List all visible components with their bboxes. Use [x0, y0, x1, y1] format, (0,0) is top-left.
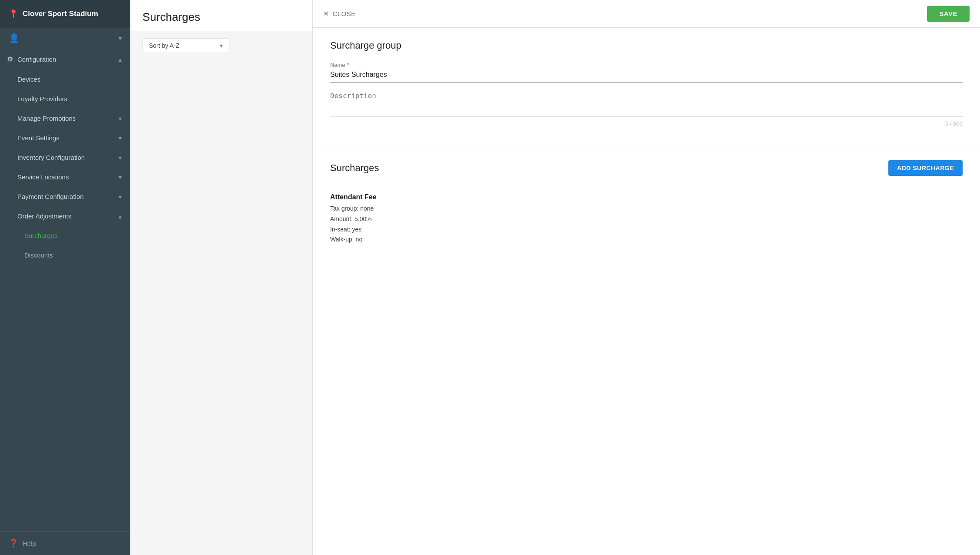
- content-split: Surcharges Sort by A-Z ▾ ✕ CLOSE SAVE: [130, 0, 980, 555]
- char-count: 0 / 500: [330, 120, 963, 127]
- sort-chevron-icon: ▾: [220, 42, 223, 49]
- name-input[interactable]: [330, 71, 963, 83]
- sidebar-item-service-locations[interactable]: Service Locations ▾: [0, 167, 130, 187]
- payment-config-chevron-icon: ▾: [119, 193, 122, 200]
- list-panel-header: Surcharges: [130, 0, 312, 31]
- user-row[interactable]: 👤 ▾: [0, 28, 130, 49]
- surcharge-item-name: Attendant Fee: [330, 193, 963, 201]
- sidebar-item-configuration[interactable]: ⚙ Configuration ▴: [0, 49, 130, 69]
- discounts-label: Discounts: [24, 251, 122, 259]
- surcharges-section-header: Surcharges ADD SURCHARGE: [330, 160, 963, 176]
- user-icon: 👤: [9, 33, 20, 43]
- sidebar-item-payment-configuration[interactable]: Payment Configuration ▾: [0, 187, 130, 206]
- sidebar-item-order-adjustments[interactable]: Order Adjustments ▴: [0, 206, 130, 226]
- description-input[interactable]: [330, 92, 963, 117]
- surcharge-amount: Amount: 5.00%: [330, 214, 963, 225]
- event-settings-label: Event Settings: [17, 134, 115, 142]
- detail-panel: ✕ CLOSE SAVE Surcharge group Name * 0 / …: [313, 0, 980, 555]
- inventory-config-label: Inventory Configuration: [17, 154, 115, 161]
- sidebar-item-loyalty-providers[interactable]: Loyalty Providers: [0, 89, 130, 109]
- service-locations-label: Service Locations: [17, 173, 115, 181]
- description-field-group: 0 / 500: [330, 92, 963, 127]
- sidebar-item-inventory-configuration[interactable]: Inventory Configuration ▾: [0, 148, 130, 167]
- venue-name: Clover Sport Stadium: [23, 10, 98, 18]
- inventory-config-chevron-icon: ▾: [119, 154, 122, 161]
- help-label: Help: [23, 540, 36, 547]
- surcharges-section-title: Surcharges: [330, 162, 379, 174]
- order-adjustments-chevron-icon: ▴: [119, 213, 122, 220]
- event-settings-chevron-icon: ▾: [119, 135, 122, 142]
- close-label: CLOSE: [333, 10, 356, 17]
- list-panel-title: Surcharges: [142, 10, 300, 24]
- sidebar-item-discounts[interactable]: Discounts: [0, 245, 130, 265]
- surcharge-in-seat: In-seat: yes: [330, 225, 963, 235]
- name-label: Name *: [330, 62, 963, 68]
- surcharge-tax-group: Tax group: none: [330, 204, 963, 214]
- detail-content: Surcharge group Name * 0 / 500 Surcharge…: [313, 28, 980, 555]
- sort-select[interactable]: Sort by A-Z ▾: [142, 38, 229, 53]
- sidebar-item-surcharges[interactable]: Surcharges: [0, 226, 130, 245]
- sort-row: Sort by A-Z ▾: [130, 31, 312, 60]
- location-icon: 📍: [9, 9, 18, 19]
- config-sub-nav: Devices Loyalty Providers Manage Promoti…: [0, 69, 130, 265]
- sidebar-item-event-settings[interactable]: Event Settings ▾: [0, 128, 130, 148]
- service-locations-chevron-icon: ▾: [119, 174, 122, 181]
- help-icon: ❓: [9, 538, 18, 548]
- sidebar-help[interactable]: ❓ Help: [0, 531, 130, 555]
- sidebar-header: 📍 Clover Sport Stadium: [0, 0, 130, 28]
- configuration-label: Configuration: [17, 56, 119, 63]
- surcharge-group-title: Surcharge group: [330, 40, 963, 51]
- main-area: Surcharges Sort by A-Z ▾ ✕ CLOSE SAVE: [130, 0, 980, 555]
- surcharge-item: Attendant Fee Tax group: none Amount: 5.…: [330, 186, 963, 252]
- surcharges-section: Surcharges ADD SURCHARGE Attendant Fee T…: [313, 148, 980, 264]
- order-adjustments-label: Order Adjustments: [17, 212, 115, 220]
- loyalty-providers-label: Loyalty Providers: [17, 95, 122, 102]
- sidebar-item-manage-promotions[interactable]: Manage Promotions ▾: [0, 109, 130, 128]
- nav-section: ⚙ Configuration ▴ Devices Loyalty Provid…: [0, 49, 130, 265]
- surcharge-walk-up: Walk-up: no: [330, 235, 963, 245]
- surcharge-group-section: Surcharge group Name * 0 / 500: [313, 28, 980, 148]
- user-chevron-icon: ▾: [119, 35, 122, 42]
- close-button[interactable]: ✕ CLOSE: [323, 10, 356, 18]
- devices-label: Devices: [17, 76, 122, 83]
- detail-toolbar: ✕ CLOSE SAVE: [313, 0, 980, 28]
- list-content: [130, 60, 312, 555]
- close-x-icon: ✕: [323, 10, 329, 18]
- sidebar-item-devices[interactable]: Devices: [0, 69, 130, 89]
- save-button[interactable]: SAVE: [927, 6, 970, 22]
- surcharges-label: Surcharges: [24, 232, 122, 239]
- config-chevron-icon: ▴: [119, 56, 122, 63]
- manage-promotions-label: Manage Promotions: [17, 115, 115, 122]
- gear-icon: ⚙: [7, 55, 13, 63]
- sort-label: Sort by A-Z: [149, 42, 179, 49]
- list-panel: Surcharges Sort by A-Z ▾: [130, 0, 313, 555]
- name-field-group: Name *: [330, 62, 963, 83]
- sidebar: 📍 Clover Sport Stadium 👤 ▾ ⚙ Configurati…: [0, 0, 130, 555]
- payment-config-label: Payment Configuration: [17, 193, 115, 200]
- promotions-chevron-icon: ▾: [119, 115, 122, 122]
- add-surcharge-button[interactable]: ADD SURCHARGE: [888, 160, 963, 176]
